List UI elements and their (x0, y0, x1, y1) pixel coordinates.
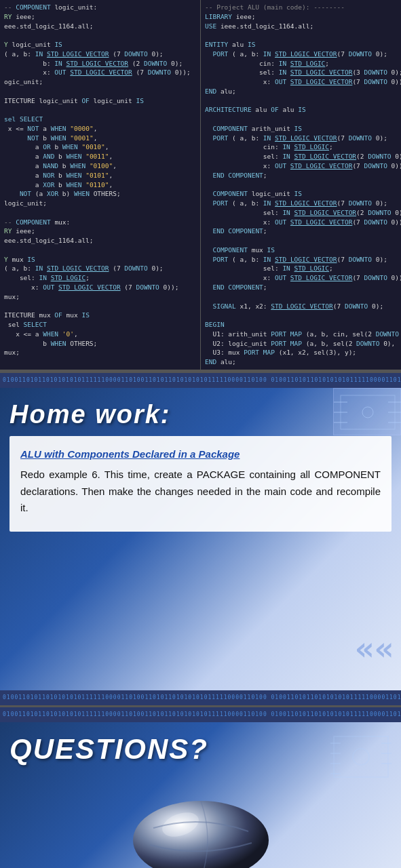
questions-circuit-svg (330, 733, 392, 781)
questions-title: QUESTIONS? (9, 733, 208, 766)
chevron-icon-2: « (375, 632, 394, 665)
svg-rect-8 (334, 736, 388, 777)
homework-link[interactable]: ALU with Components Declared in a Packag… (20, 448, 381, 460)
circuit-svg (334, 389, 401, 436)
right-code-panel: -- Project ALU (main code): -------- LIB… (201, 0, 401, 370)
ball-image (126, 794, 275, 868)
homework-body-text: Redo example 6. This time, create a PACK… (20, 467, 381, 517)
left-code-panel: -- COMPONENT logic_unit: RY ieee; eee.st… (0, 0, 201, 370)
questions-image-area (0, 787, 401, 868)
homework-title-area: Home work: (0, 388, 401, 436)
svg-point-18 (133, 801, 269, 868)
questions-section: 0100110101101010101011111100001101001101… (0, 707, 401, 868)
circuit-decoration (333, 388, 401, 435)
svg-point-7 (362, 407, 373, 418)
homework-content-box: ALU with Components Declared in a Packag… (9, 436, 392, 532)
questions-title-area: QUESTIONS? (0, 722, 401, 787)
chevron-arrows: « « (355, 632, 394, 665)
chevron-icon-1: « (355, 632, 375, 665)
questions-binary-banner: 0100110101101010101011111100001101001101… (0, 707, 401, 722)
homework-section: 0100110101101010101011111100001101001101… (0, 373, 401, 705)
q-binary-text: 0100110101101010101011111100001101001101… (3, 711, 267, 717)
code-section: -- COMPONENT logic_unit: RY ieee; eee.st… (0, 0, 401, 371)
svg-rect-0 (341, 395, 395, 429)
svg-point-16 (353, 749, 369, 765)
ball-svg (126, 794, 275, 868)
top-binary-banner: 0100110101101010101011111100001101001101… (0, 373, 401, 388)
bottom-binary-banner: 0100110101101010101011111100001101001101… (0, 690, 401, 705)
binary-text-top: 0100110101101010101011111100001101001101… (3, 377, 267, 383)
binary-text-bottom: 0100110101101010101011111100001101001101… (3, 694, 267, 701)
